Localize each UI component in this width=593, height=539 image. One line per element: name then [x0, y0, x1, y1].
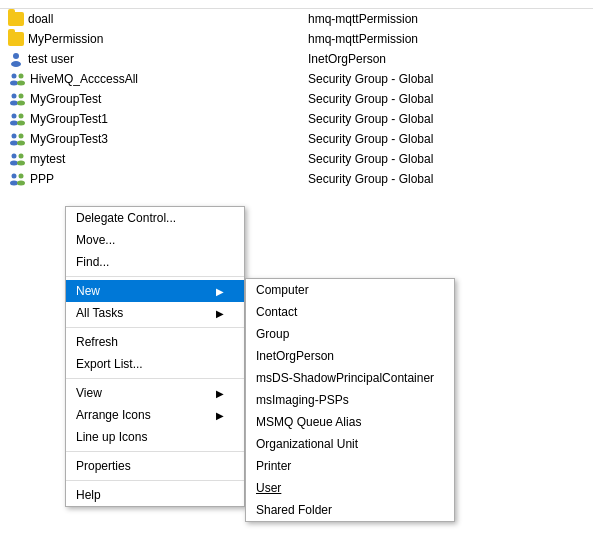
menu-item-delegate-control---[interactable]: Delegate Control...: [66, 207, 244, 229]
submenu-item-organizational-unit[interactable]: Organizational Unit: [246, 433, 454, 455]
svg-point-21: [17, 161, 25, 166]
menu-separator: [66, 378, 244, 379]
table-row[interactable]: mytest Security Group - Global: [0, 149, 593, 169]
table-row[interactable]: doall hmq-mqttPermission: [0, 9, 593, 29]
menu-item-label: Arrange Icons: [76, 408, 151, 422]
menu-item-label: Group: [256, 327, 289, 341]
menu-item-refresh[interactable]: Refresh: [66, 331, 244, 353]
menu-item-label: Printer: [256, 459, 291, 473]
menu-item-label: msImaging-PSPs: [256, 393, 349, 407]
menu-separator: [66, 276, 244, 277]
menu-item-label: Delegate Control...: [76, 211, 176, 225]
svg-point-18: [12, 154, 17, 159]
svg-point-1: [11, 61, 21, 67]
submenu-item-computer[interactable]: Computer: [246, 279, 454, 301]
menu-item-label: Refresh: [76, 335, 118, 349]
menu-item-label: Line up Icons: [76, 430, 147, 444]
menu-item-label: User: [256, 481, 281, 495]
table-row[interactable]: MyGroupTest Security Group - Global: [0, 89, 593, 109]
menu-item-view[interactable]: View▶: [66, 382, 244, 404]
svg-point-2: [12, 74, 17, 79]
row-name-cell: mytest: [8, 151, 308, 167]
row-type-cell: Security Group - Global: [308, 132, 585, 146]
row-type-cell: Security Group - Global: [308, 152, 585, 166]
menu-item-properties[interactable]: Properties: [66, 455, 244, 477]
group-icon: [8, 131, 26, 147]
svg-point-13: [17, 121, 25, 126]
svg-point-9: [17, 101, 25, 106]
row-name-cell: doall: [8, 12, 308, 26]
menu-item-label: Properties: [76, 459, 131, 473]
table-header: [0, 0, 593, 9]
svg-point-20: [19, 154, 24, 159]
menu-item-all-tasks[interactable]: All Tasks▶: [66, 302, 244, 324]
submenu-item-contact[interactable]: Contact: [246, 301, 454, 323]
submenu-arrow-icon: ▶: [216, 308, 224, 319]
submenu-item-group[interactable]: Group: [246, 323, 454, 345]
row-type-cell: hmq-mqttPermission: [308, 32, 585, 46]
submenu-item-msmq-queue-alias[interactable]: MSMQ Queue Alias: [246, 411, 454, 433]
row-name-text: MyGroupTest1: [30, 112, 108, 126]
menu-item-export-list---[interactable]: Export List...: [66, 353, 244, 375]
svg-point-8: [19, 94, 24, 99]
submenu-item-shared-folder[interactable]: Shared Folder: [246, 499, 454, 521]
row-name-cell: MyGroupTest: [8, 91, 308, 107]
table-row[interactable]: test user InetOrgPerson: [0, 49, 593, 69]
menu-item-label: Shared Folder: [256, 503, 332, 517]
menu-item-label: Export List...: [76, 357, 143, 371]
row-name-text: test user: [28, 52, 74, 66]
menu-item-arrange-icons[interactable]: Arrange Icons▶: [66, 404, 244, 426]
row-name-cell: MyPermission: [8, 32, 308, 46]
menu-item-label: msDS-ShadowPrincipalContainer: [256, 371, 434, 385]
row-name-cell: MyGroupTest1: [8, 111, 308, 127]
submenu-item-inetorgperson[interactable]: InetOrgPerson: [246, 345, 454, 367]
menu-separator: [66, 327, 244, 328]
menu-item-label: Organizational Unit: [256, 437, 358, 451]
svg-point-4: [19, 74, 24, 79]
menu-item-help[interactable]: Help: [66, 484, 244, 506]
svg-point-16: [19, 134, 24, 139]
submenu-item-printer[interactable]: Printer: [246, 455, 454, 477]
folder-icon: [8, 12, 24, 26]
menu-item-new[interactable]: New▶: [66, 280, 244, 302]
row-type-cell: InetOrgPerson: [308, 52, 585, 66]
context-menu-new: ComputerContactGroupInetOrgPersonmsDS-Sh…: [245, 278, 455, 522]
table-row[interactable]: MyPermission hmq-mqttPermission: [0, 29, 593, 49]
svg-point-6: [12, 94, 17, 99]
svg-point-19: [10, 161, 18, 166]
svg-point-5: [17, 81, 25, 86]
submenu-item-msimaging-psps[interactable]: msImaging-PSPs: [246, 389, 454, 411]
table-row[interactable]: MyGroupTest3 Security Group - Global: [0, 129, 593, 149]
row-type-cell: Security Group - Global: [308, 92, 585, 106]
submenu-item-user[interactable]: User: [246, 477, 454, 499]
menu-item-line-up-icons[interactable]: Line up Icons: [66, 426, 244, 448]
person-icon: [8, 51, 24, 67]
row-name-text: mytest: [30, 152, 65, 166]
svg-point-3: [10, 81, 18, 86]
table-row[interactable]: MyGroupTest1 Security Group - Global: [0, 109, 593, 129]
menu-item-label: View: [76, 386, 102, 400]
row-name-cell: MyGroupTest3: [8, 131, 308, 147]
row-name-text: MyGroupTest: [30, 92, 101, 106]
table-row[interactable]: PPP Security Group - Global: [0, 169, 593, 189]
menu-item-find---[interactable]: Find...: [66, 251, 244, 273]
row-name-text: HiveMQ_AcccessAll: [30, 72, 138, 86]
submenu-item-msds-shadowprincipalcontainer[interactable]: msDS-ShadowPrincipalContainer: [246, 367, 454, 389]
row-name-cell: test user: [8, 51, 308, 67]
svg-point-11: [10, 121, 18, 126]
row-type-cell: Security Group - Global: [308, 172, 585, 186]
svg-point-15: [10, 141, 18, 146]
submenu-arrow-icon: ▶: [216, 410, 224, 421]
table-row[interactable]: HiveMQ_AcccessAll Security Group - Globa…: [0, 69, 593, 89]
menu-item-label: Help: [76, 488, 101, 502]
row-name-text: doall: [28, 12, 53, 26]
menu-item-move---[interactable]: Move...: [66, 229, 244, 251]
svg-point-12: [19, 114, 24, 119]
svg-point-17: [17, 141, 25, 146]
svg-point-24: [19, 174, 24, 179]
svg-point-10: [12, 114, 17, 119]
menu-separator: [66, 451, 244, 452]
row-name-text: MyGroupTest3: [30, 132, 108, 146]
menu-item-label: Move...: [76, 233, 115, 247]
group-icon: [8, 171, 26, 187]
